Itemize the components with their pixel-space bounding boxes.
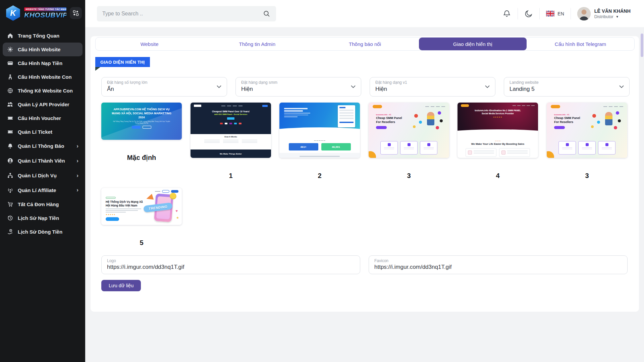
user-role: Distributor ▼ [594,14,631,19]
cashflow-icon [7,229,13,235]
bell-icon [7,143,13,149]
template-label: 4 [458,172,538,180]
template-label: 3 [547,172,627,180]
save-button[interactable]: Lưu dữ liệu [101,280,141,291]
chevron-right-icon: › [76,142,78,150]
ticket-icon [7,129,13,135]
brand-area: K WEBSITE TĂNG TƯƠNG TÁC MẠNG XÃ HỘI UY … [0,0,85,27]
template-label: 3 [369,172,449,180]
brand-logo-icon: K [5,5,21,21]
template-option-3[interactable]: testsmm.info - #1 Cheap SMM Panel For Re… [369,103,449,180]
tab-cau-hinh-bot-telegram[interactable]: Cấu hình Bot Telegram [527,38,634,50]
select-dat-hang-dang-smm[interactable]: Đặt hàng dạng smm Hiện [235,77,361,97]
sidebar-item-cau-hinh-website[interactable]: Cấu Hình Website [3,43,83,56]
chevron-down-icon [217,85,221,88]
template-label: Mặc định [101,154,182,162]
notifications-button[interactable] [502,9,511,18]
credit-card-icon [7,60,13,66]
divider [518,8,518,19]
sidebar-item-cau-hinh-nap-tien[interactable]: Cấu Hình Nạp Tiền [3,56,83,70]
sidebar-item-thong-ke-website-con[interactable]: Thống Kê Website Con [3,84,83,98]
sidebar-item-quan-li-ticket[interactable]: Quản Lí Ticket [3,125,83,139]
chevron-down-icon [351,85,356,88]
sidebar-item-quan-li-thanh-vien[interactable]: Quản Lí Thành Viên › [3,154,83,168]
user-menu[interactable]: LÊ VĂN KHÁNH Distributor ▼ [577,7,631,20]
tab-thong-tin-admin[interactable]: Thông tin Admin [203,38,311,50]
select-dat-hang-dang-v1[interactable]: Đặt hàng dạng v1 Hiện [370,77,495,97]
settings-panel: Website Thông tin Admin Thông báo nổi Gi… [91,36,639,312]
tabs-bar: Website Thông tin Admin Thông báo nổi Gi… [95,37,635,51]
chevron-right-icon: › [76,157,78,165]
template-thumbnail[interactable]: APP.SUBREVN.COM HỆ THỐNG DỊCH VỤ MẠNG XÃ… [101,103,182,140]
template-option-2[interactable]: — — — — — 461+ 46,001 2 [279,103,360,180]
template-label: 1 [191,172,271,180]
language-selector[interactable]: EN [546,11,564,16]
select-landing-website[interactable]: Landing website Landing 5 [504,77,630,97]
history-icon [7,215,13,221]
person-icon [7,74,13,80]
chevron-right-icon: › [76,172,78,180]
home-icon [7,33,13,39]
template-thumbnail[interactable]: Hệ Thống Dịch Vụ Mạng Xã Hội Hàng Đầu Vi… [101,188,182,225]
sidebar-item-lich-su-nap-tien[interactable]: Lịch Sử Nạp Tiền [3,211,83,225]
template-option-3b[interactable]: testsmm.info - #1 Cheap SMM Panel For Re… [547,103,627,180]
topbar: EN LÊ VĂN KHÁNH Distributor ▼ [85,0,644,27]
sidebar-item-quan-li-thong-bao[interactable]: Quản Lí Thông Báo › [3,139,83,154]
badge-fold [95,67,100,71]
tab-website[interactable]: Website [96,38,203,50]
sidebar-item-trang-tong-quan[interactable]: Trang Tổng Quan [3,29,83,43]
chevron-right-icon: › [76,186,78,194]
chevron-down-icon [619,85,624,88]
template-thumbnail[interactable]: testsmm.info #Destination No.1 SMM PANEL… [458,103,538,158]
sidebar: K WEBSITE TĂNG TƯƠNG TÁC MẠNG XÃ HỘI UY … [0,0,85,362]
scrollbar-thumb[interactable] [641,34,643,57]
search-box[interactable] [97,6,276,21]
template-option-5[interactable]: Hệ Thống Dịch Vụ Mạng Xã Hội Hàng Đầu Vi… [101,188,182,247]
template-label: 5 [101,239,182,247]
template-thumbnail[interactable]: Cheapest SMM Panel Over 10 Years! with I… [191,103,271,158]
template-option-default[interactable]: APP.SUBREVN.COM HỆ THỐNG DỊCH VỤ MẠNG XÃ… [101,103,182,162]
search-icon[interactable] [263,10,271,18]
sidebar-item-quan-li-dich-vu[interactable]: Quản Lí Dịch Vụ › [3,168,83,183]
section-badge: GIAO DIỆN HIỂN THỊ [95,57,150,67]
select-dat-hang-so-luong-lon[interactable]: Đặt hàng số lượng lớn Ẩn [101,77,227,97]
dark-mode-toggle[interactable] [524,9,533,18]
sidebar-item-cau-hinh-website-con[interactable]: Cấu Hình Website Con [3,70,83,84]
divider [539,8,540,19]
sidebar-item-quan-ly-api-provider[interactable]: Quản Lý API Provider [3,98,83,111]
brand-ribbon: WEBSITE TĂNG TƯƠNG TÁC MẠNG XÃ HỘI UY TÍ… [24,7,66,11]
users-icon [7,102,13,107]
broadcast-icon [7,187,13,193]
sidebar-item-cau-hinh-voucher[interactable]: Cấu Hình Voucher [3,111,83,125]
gear-icon [7,47,13,52]
template-option-1[interactable]: Cheapest SMM Panel Over 10 Years! with I… [191,103,271,180]
bell-icon [502,9,511,18]
brand-name: KHOSUBVIP.TOP [24,11,66,19]
language-label: EN [557,11,564,16]
logo-field[interactable]: Logo [101,255,360,274]
template-thumbnail[interactable]: testsmm.info - #1 Cheap SMM Panel For Re… [547,103,627,158]
sitemap-icon [7,173,13,178]
favicon-input[interactable] [374,264,622,270]
logo-input[interactable] [107,264,355,270]
tab-giao-dien-hien-thi[interactable]: Giao diện hiển thị [419,38,527,50]
favicon-field[interactable]: Favicon [369,255,628,274]
template-thumbnail[interactable]: testsmm.info - #1 Cheap SMM Panel For Re… [369,103,449,158]
sidebar-item-tat-ca-don-hang[interactable]: Tất Cả Đơn Hàng [3,197,83,211]
uk-flag-icon [546,11,554,16]
avatar [577,7,591,20]
member-icon [7,158,13,164]
tab-thong-bao-noi[interactable]: Thông báo nổi [311,38,419,50]
sidebar-menu: Trang Tổng Quan Cấu Hình Website Cấu Hìn… [0,27,85,240]
search-input[interactable] [102,11,263,17]
caret-down-icon: ▼ [616,15,619,18]
sidebar-item-quan-li-affiliate[interactable]: Quản Lí Affiliate › [3,183,83,197]
template-grid: APP.SUBREVN.COM HỆ THỐNG DỊCH VỤ MẠNG XÃ… [101,103,631,257]
sidebar-item-lich-su-dong-tien[interactable]: Lịch Sử Dòng Tiền [3,225,83,239]
template-thumbnail[interactable]: — — — — — 461+ 46,001 [279,103,360,158]
moon-icon [524,9,533,18]
voucher-icon [7,115,13,121]
filters-row: Đặt hàng số lượng lớn Ẩn Đặt hàng dạng s… [101,77,630,97]
globe-icon [7,88,13,94]
template-option-4[interactable]: testsmm.info #Destination No.1 SMM PANEL… [458,103,538,180]
